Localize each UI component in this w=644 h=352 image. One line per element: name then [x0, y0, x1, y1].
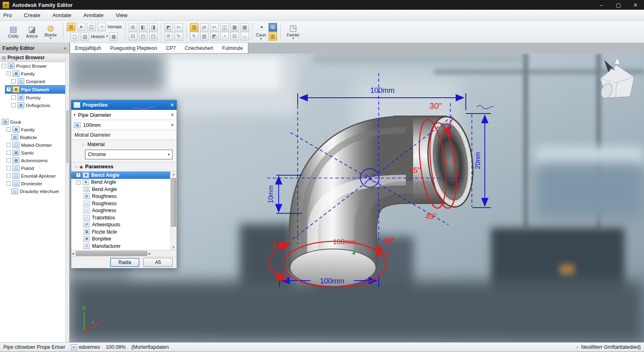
group-left-icon[interactable]: ◧ — [139, 23, 147, 32]
checkbox-icon[interactable] — [6, 158, 11, 163]
menu-anntate[interactable]: Anntate — [47, 10, 78, 20]
expander-icon[interactable] — [11, 95, 16, 100]
box-icon[interactable]: ⊞ — [129, 23, 137, 32]
param-manofacturer[interactable]: ⊙ Manofacturer — [71, 243, 177, 250]
material-dropdown[interactable]: Chrome ▾ — [85, 150, 173, 159]
tree-item-pialod[interactable]: ▢ Pialod — [5, 164, 69, 172]
tab-4[interactable]: Criechesherl — [185, 45, 213, 51]
half-icon[interactable]: ◩ — [210, 32, 219, 41]
tree-item-riatbcte[interactable]: ▤ Riatbcte — [10, 133, 69, 141]
ceun-button[interactable]: ◔ Ceun ▾ — [256, 23, 266, 40]
rotate-icon[interactable]: ⟳ — [164, 32, 173, 41]
tree-item-dronlesler[interactable]: ▢ Dronlesler — [5, 180, 69, 187]
stamp-icon[interactable]: ▦ — [109, 32, 118, 41]
measure-icon[interactable]: ↔ — [241, 32, 249, 41]
param-bend-angle-1[interactable]: − ◈ Bend Angle — [71, 179, 177, 186]
chevron-down-icon[interactable]: ▾ — [74, 113, 76, 117]
tree-item-enunlali-apokser[interactable]: ▢ Enunlali Apokser — [5, 172, 69, 180]
close-button[interactable]: ✕ — [627, 0, 644, 10]
param-tratorbtios[interactable]: ◔ Tratorbtios — [71, 214, 177, 221]
copy-icon[interactable]: ◫ — [220, 23, 229, 32]
expander-icon[interactable]: − — [76, 180, 81, 185]
scroll-right-icon[interactable]: ▸ — [149, 251, 151, 255]
expander-icon[interactable]: − — [6, 71, 11, 76]
expander-icon[interactable]: + — [76, 173, 81, 177]
checkbox-icon[interactable] — [6, 143, 11, 147]
group-right-icon[interactable]: ◨ — [149, 23, 158, 32]
browser-scrollbar[interactable] — [65, 54, 69, 342]
tree-item-family2[interactable]: ▣ Family — [5, 126, 69, 133]
cut-icon[interactable]: ✂ — [210, 23, 219, 32]
tree-item-mated-diomter[interactable]: ▢ Mated-Diomter — [5, 141, 69, 149]
tree-item-conprant[interactable]: ◫ Conprant — [10, 77, 69, 85]
globe-icon[interactable]: ◔ — [97, 23, 106, 31]
close-icon[interactable]: ✕ — [171, 112, 174, 118]
tree-item-pipe-diametr[interactable]: + ◉ Pipe Diametr — [5, 85, 69, 94]
menu-create[interactable]: Create — [18, 10, 47, 20]
close-icon[interactable]: ✕ — [64, 46, 67, 51]
menu-annitate[interactable]: Annitate — [77, 10, 110, 20]
param-artieestpuuts[interactable]: ⇄ Artieestpuuts — [71, 221, 177, 229]
expander-icon[interactable]: − — [2, 64, 6, 68]
globe-icon[interactable]: ◔ — [220, 32, 229, 41]
checkbox-icon[interactable] — [6, 150, 11, 155]
creity-button[interactable]: ▤ Creity — [4, 22, 23, 41]
browser-scrollbar-thumb[interactable] — [66, 110, 69, 163]
params-hscrollbar-thumb[interactable] — [76, 251, 147, 256]
panel-tab-family-editor[interactable]: Family Editor ✕ — [0, 43, 70, 54]
params-scrollbar[interactable]: ∧ ∨ — [170, 172, 177, 250]
align-icon[interactable]: ⊟ — [129, 32, 137, 41]
zoom-level[interactable]: 100.08% — [106, 344, 126, 350]
params-scrollbar-thumb[interactable] — [171, 178, 176, 227]
tree-item-family[interactable]: − ▣ Family — [5, 70, 69, 77]
tab-1[interactable]: Empjaftiljuh — [75, 45, 101, 51]
array-icon[interactable]: ▩ — [230, 23, 239, 32]
view-gizmo[interactable] — [599, 58, 634, 100]
checkbox-icon[interactable] — [6, 166, 11, 170]
add-icon[interactable]: ⊞ — [269, 23, 277, 32]
param-bonpitee[interactable]: ◉ Bonpitee — [71, 236, 177, 243]
tray-icon[interactable]: ▧ — [81, 32, 89, 41]
move-icon[interactable]: ➤ — [77, 23, 85, 31]
expander-icon[interactable] — [11, 103, 16, 107]
pen-icon[interactable]: ✎ — [190, 32, 198, 41]
menu-pro[interactable]: Pro — [0, 10, 18, 20]
famter-button[interactable]: ◳ Famter ▾ — [284, 22, 303, 41]
family-selector-row[interactable]: ▾ Pipe Diameter ✕ — [71, 110, 177, 120]
cube-icon[interactable]: ◰ — [139, 32, 147, 41]
tray-icon[interactable]: ▧ — [200, 32, 209, 41]
expander-icon[interactable]: + — [6, 87, 11, 92]
param-flozte-facle[interactable]: ▦ Flozte fácle — [71, 228, 177, 236]
tree-item-gouk[interactable]: ▨ Gouk — [0, 118, 69, 126]
copy-icon[interactable]: ◫ — [87, 23, 96, 31]
raida-button[interactable]: Raida — [110, 258, 139, 267]
tab-3[interactable]: CP7 — [166, 45, 176, 51]
tree-item-rurmiy[interactable]: ▧ Rurmiy — [10, 94, 69, 101]
menu-view[interactable]: View — [110, 10, 134, 20]
tree-item-santic[interactable]: ▦ Santic — [5, 149, 69, 157]
articre-button[interactable]: ◪ Articre — [23, 22, 41, 41]
stamp-icon[interactable]: ▦ — [241, 23, 249, 32]
properties-title-bar[interactable]: Properties ✕ — [71, 100, 177, 110]
close-icon[interactable]: ✕ — [171, 122, 174, 128]
expander-icon[interactable] — [6, 127, 11, 132]
param-roughness-2[interactable]: ↔ Roughness — [71, 200, 177, 207]
tree-item-project-brower[interactable]: − ▤ Project Brower — [0, 62, 69, 70]
tree-item-aclonnosens[interactable]: ▩ Aclonnosens — [5, 157, 69, 164]
expander-icon[interactable] — [11, 79, 16, 84]
param-roughness-1[interactable]: ◍ Roughness — [71, 193, 177, 200]
tree-item-ovfisgctoos[interactable]: ▦ Ovfisgctoos — [10, 101, 69, 109]
param-bend-angle-2[interactable]: ▢ Bend Angle — [71, 186, 177, 193]
tab-2[interactable]: Puegusting Ptepteon — [110, 45, 157, 51]
viewport-3d[interactable]: 100mm 20nm 10mm — [70, 54, 644, 342]
radio-icon[interactable]: ○ — [82, 142, 85, 147]
cut-icon[interactable]: ✂ — [175, 23, 183, 32]
minimize-button[interactable]: – — [593, 0, 610, 10]
folder-icon[interactable]: ▥ — [67, 23, 75, 31]
tree-item-drautotiy[interactable]: △ Drautotiy ettechuer — [10, 187, 69, 195]
scroll-up-icon[interactable]: ∧ — [172, 172, 175, 177]
link-icon[interactable]: ⇄ — [200, 23, 209, 32]
close-icon[interactable]: ✕ — [170, 102, 174, 108]
half-icon[interactable]: ◩ — [164, 23, 173, 32]
params-hscrollbar[interactable]: ◂ ▸ — [71, 250, 177, 257]
